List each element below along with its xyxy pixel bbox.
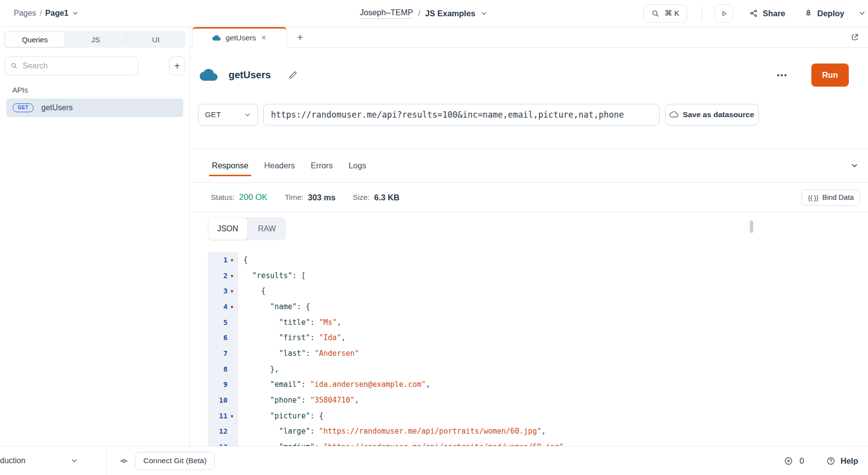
add-editor-tab-button[interactable]: + — [294, 31, 306, 44]
more-options-button[interactable]: ••• — [774, 70, 791, 80]
line-number-gutter[interactable]: 1▼ — [208, 256, 237, 264]
size-value: 6.3 KB — [374, 193, 400, 202]
cloud-outline-icon — [669, 110, 678, 119]
share-button[interactable]: Share — [749, 9, 785, 18]
chevron-down-icon — [70, 457, 78, 465]
search-icon — [651, 9, 660, 18]
line-number-gutter[interactable]: 3▼ — [208, 287, 237, 295]
time-label: Time: — [285, 193, 303, 202]
code-line: 1▼{ — [208, 252, 757, 268]
tab-response[interactable]: Response — [211, 149, 249, 182]
run-query-button[interactable]: Run — [811, 63, 849, 87]
line-number-gutter: 5 — [208, 318, 237, 326]
bind-data-button[interactable]: {{ }} Bind Data — [801, 190, 860, 206]
page-switcher[interactable]: Page1 — [45, 9, 79, 18]
line-number: 12 — [208, 427, 228, 435]
add-query-button[interactable]: + — [169, 57, 185, 75]
search-icon — [10, 62, 18, 69]
response-scrollbar-thumb[interactable] — [750, 221, 753, 233]
editor-tab-getusers[interactable]: getUsers × — [192, 27, 287, 48]
share-label: Share — [763, 9, 785, 18]
error-count: 0 — [800, 456, 804, 466]
deploy-options-chevron[interactable] — [858, 9, 866, 17]
tab-logs[interactable]: Logs — [348, 149, 367, 182]
line-number: 1 — [208, 256, 228, 264]
http-method-select[interactable]: GET — [198, 104, 258, 126]
fold-arrow-icon[interactable]: ▼ — [228, 304, 236, 310]
workspace-name[interactable]: Joseph–TEMP — [360, 8, 413, 19]
time-group: Time: 303 ms — [285, 193, 335, 202]
chevron-down-icon — [480, 10, 488, 17]
tab-ui[interactable]: UI — [126, 31, 186, 48]
code-line: 5 "title": "Ms", — [208, 315, 757, 330]
connect-git-button[interactable]: Connect Git (Beta) — [135, 452, 215, 470]
tab-queries[interactable]: Queries — [4, 32, 65, 47]
line-number-gutter: 8 — [208, 365, 237, 373]
line-number: 7 — [208, 349, 228, 357]
code-line: 12 "large": "https://randomuser.me/api/p… — [208, 424, 757, 440]
query-item-name: getUsers — [41, 103, 73, 112]
format-json-tab[interactable]: JSON — [208, 218, 247, 240]
toolbar-divider — [701, 6, 702, 20]
top-bar: Pages / Page1 Joseph–TEMP / JS Examples … — [0, 0, 868, 27]
editor-tab-label: getUsers — [226, 33, 256, 42]
breadcrumb-separator: / — [39, 9, 41, 18]
save-as-datasource-button[interactable]: Save as datasource — [665, 104, 759, 126]
line-number-gutter[interactable]: 4▼ — [208, 303, 237, 311]
collapse-panel-chevron[interactable] — [849, 160, 860, 171]
fold-arrow-icon[interactable]: ▼ — [228, 257, 236, 263]
line-number: 8 — [208, 365, 228, 373]
run-app-button[interactable] — [714, 4, 733, 23]
http-method-badge: GET — [13, 103, 33, 112]
query-search-input[interactable] — [4, 57, 138, 75]
line-number-gutter: 7 — [208, 349, 237, 357]
fold-arrow-icon[interactable]: ▼ — [228, 288, 236, 294]
line-number-gutter: 6 — [208, 334, 237, 342]
tab-headers[interactable]: Headers — [263, 149, 296, 182]
line-number-gutter: 10 — [208, 396, 237, 404]
code-line-text: "title": "Ms", — [237, 318, 341, 327]
close-tab-icon[interactable]: × — [261, 33, 267, 42]
deploy-button[interactable]: Deploy — [804, 9, 844, 18]
line-number: 6 — [208, 334, 228, 342]
play-icon — [720, 10, 728, 17]
line-number: 4 — [208, 303, 228, 311]
format-raw-tab[interactable]: RAW — [248, 217, 287, 240]
code-line: 13 "medium": "https://randomuser.me/api/… — [208, 439, 757, 446]
code-line-text: "last": "Andersen" — [237, 349, 359, 358]
fold-spacer — [228, 353, 236, 354]
code-line: 3▼ { — [208, 283, 757, 299]
maximize-icon[interactable] — [850, 32, 860, 42]
sidebar-item-getusers[interactable]: GET getUsers — [6, 98, 183, 117]
line-number-gutter[interactable]: 2▼ — [208, 272, 237, 280]
bottombar-right: 0 Help — [784, 456, 858, 466]
braces-icon: {{ }} — [808, 194, 818, 201]
fold-spacer — [228, 337, 236, 338]
fold-arrow-icon[interactable]: ▼ — [228, 413, 236, 419]
request-url-input[interactable] — [263, 104, 660, 126]
size-label: Size: — [353, 193, 369, 202]
code-line: 4▼ "name": { — [208, 299, 757, 315]
code-line-text: "phone": "35804710", — [237, 396, 359, 405]
code-line: 2▼ "results": [ — [208, 268, 757, 284]
rocket-icon — [804, 9, 813, 18]
app-window: { "topbar": { "pages_label": "Pages", "s… — [0, 0, 868, 475]
fold-arrow-icon[interactable]: ▼ — [228, 273, 236, 279]
code-line-text: "picture": { — [237, 412, 324, 420]
environment-select[interactable]: duction — [0, 446, 106, 475]
line-number-gutter[interactable]: 11▼ — [208, 412, 237, 420]
main-panel: getUsers × + getUsers ••• Run GET Save — [190, 27, 868, 446]
tab-js[interactable]: JS — [66, 31, 125, 48]
help-button[interactable]: Help — [826, 456, 858, 466]
line-number: 2 — [208, 272, 228, 280]
app-switcher[interactable]: JS Examples — [425, 9, 488, 18]
response-tab-bar: Response Headers Errors Logs — [190, 149, 868, 183]
tab-errors[interactable]: Errors — [310, 149, 334, 182]
global-search-button[interactable]: ⌘ K — [643, 4, 687, 23]
page-breadcrumb: Pages / Page1 — [14, 0, 79, 27]
edit-name-pencil-icon[interactable] — [288, 69, 299, 80]
code-line-text: "results": [ — [237, 271, 305, 280]
code-line: 10 "phone": "35804710", — [208, 392, 757, 408]
error-indicator[interactable]: 0 — [784, 456, 804, 466]
code-line: 9 "email": "ida.andersen@example.com", — [208, 377, 757, 393]
